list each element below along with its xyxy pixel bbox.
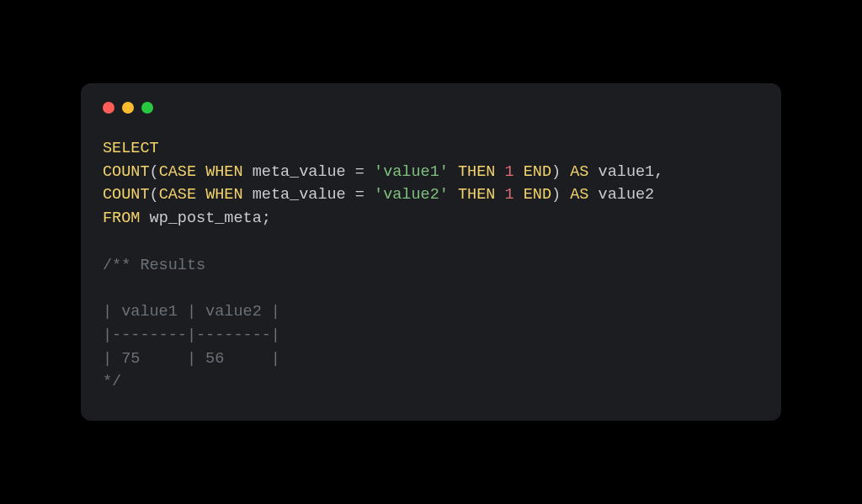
- punct: ): [551, 163, 561, 181]
- space: [449, 186, 458, 204]
- code-window: SELECT COUNT(CASE WHEN meta_value = 'val…: [81, 83, 781, 421]
- space: [495, 163, 504, 181]
- results-header: | value1 | value2 |: [103, 303, 280, 321]
- punct: ): [551, 186, 561, 204]
- kw-as: AS: [570, 163, 588, 181]
- space: [514, 186, 524, 204]
- code-block: SELECT COUNT(CASE WHEN meta_value = 'val…: [103, 137, 759, 394]
- kw-count: COUNT: [103, 163, 150, 181]
- punct: (: [150, 186, 159, 204]
- num-1: 1: [505, 186, 514, 204]
- kw-end: END: [524, 163, 551, 181]
- space: [495, 186, 504, 204]
- space: [561, 163, 570, 181]
- kw-then: THEN: [458, 163, 495, 181]
- space: [449, 163, 458, 181]
- ident-meta-value: meta_value: [243, 186, 355, 204]
- results-row: | 75 | 56 |: [103, 350, 280, 368]
- kw-count: COUNT: [103, 186, 150, 204]
- comment-close: */: [103, 373, 121, 390]
- space: [364, 163, 374, 181]
- ident-table: wp_post_meta;: [140, 210, 270, 227]
- kw-then: THEN: [458, 186, 495, 204]
- close-icon[interactable]: [103, 102, 114, 114]
- string-value2: 'value2': [374, 186, 449, 204]
- alias-value2: value2: [588, 186, 654, 204]
- ident-meta-value: meta_value: [243, 163, 355, 181]
- kw-from: FROM: [103, 210, 140, 227]
- kw-when: WHEN: [205, 186, 242, 204]
- kw-case: CASE: [159, 186, 196, 204]
- num-1: 1: [505, 163, 514, 181]
- kw-case: CASE: [159, 163, 196, 181]
- kw-select: SELECT: [103, 140, 159, 157]
- alias-value1: value1,: [588, 163, 663, 181]
- punct: (: [150, 163, 159, 181]
- op-eq: =: [355, 163, 364, 181]
- string-value1: 'value1': [374, 163, 449, 181]
- comment-open: /** Results: [103, 257, 205, 274]
- op-eq: =: [355, 186, 364, 204]
- kw-end: END: [524, 186, 551, 204]
- results-separator: |--------|--------|: [103, 326, 280, 344]
- space: [364, 186, 374, 204]
- zoom-icon[interactable]: [141, 102, 153, 114]
- traffic-lights: [103, 102, 759, 114]
- kw-when: WHEN: [205, 163, 242, 181]
- space: [561, 186, 570, 204]
- space: [514, 163, 524, 181]
- kw-as: AS: [570, 186, 588, 204]
- minimize-icon[interactable]: [122, 102, 134, 114]
